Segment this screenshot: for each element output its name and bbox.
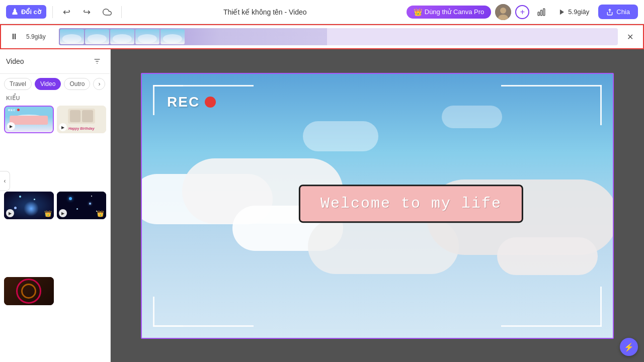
- pause-button[interactable]: ⏸: [7, 30, 21, 44]
- share-label: Chia: [616, 8, 630, 16]
- card-photo-2: [68, 109, 95, 124]
- canvas-area: REC Welcome to my life ⚡: [111, 49, 644, 362]
- timeline-thumb-1: [60, 29, 84, 44]
- try-pro-button[interactable]: 👑 Dùng thử Canva Pro: [407, 6, 492, 19]
- frame-bottom-right-h: [501, 325, 602, 327]
- main-layout: Video Travel Video Outro › Kiểu REC: [0, 49, 644, 362]
- star-4: [14, 207, 17, 209]
- timeline-time: 5.9giây: [26, 33, 54, 40]
- card-pink-bar-1: [10, 116, 48, 125]
- thumb-cloud-5: [163, 34, 182, 43]
- brand-button[interactable]: ♟ Đổi cờ: [6, 5, 46, 19]
- cloud-7: [442, 106, 502, 128]
- svg-rect-4: [541, 10, 542, 16]
- timeline-thumbs: [59, 28, 186, 45]
- pro-label: Dùng thử Canva Pro: [425, 8, 485, 16]
- undo-button[interactable]: ↩: [59, 4, 75, 20]
- frame-top-right-h: [501, 85, 602, 86]
- timeline-track[interactable]: [59, 28, 618, 45]
- brand-label: Đổi cờ: [21, 8, 41, 16]
- time-display: 5.9giây: [568, 8, 589, 16]
- card-content-5: [4, 277, 54, 305]
- redo-button[interactable]: ↪: [79, 4, 95, 20]
- document-title: Thiết kế không tên - Video: [128, 8, 403, 16]
- play-icon-3[interactable]: ▶: [6, 209, 14, 217]
- timeline-thumb-5: [160, 29, 185, 44]
- star-b: [89, 203, 91, 205]
- divider-2: [121, 6, 122, 18]
- svg-point-1: [500, 8, 506, 14]
- cloud-6: [303, 121, 378, 151]
- play-icon-2[interactable]: ▶: [59, 123, 67, 131]
- play-icon-4[interactable]: ▶: [59, 209, 67, 217]
- divider-1: [52, 6, 53, 18]
- section-label: Kiểu: [0, 92, 110, 104]
- rec-dot: [205, 97, 216, 108]
- avatar[interactable]: [495, 4, 511, 20]
- topbar: ♟ Đổi cờ ↩ ↪ Thiết kế không tên - Video …: [0, 0, 644, 24]
- rec-text: REC: [167, 94, 200, 110]
- svg-rect-3: [538, 12, 540, 16]
- rec-indicator: REC: [167, 94, 216, 110]
- help-button[interactable]: ⚡: [620, 338, 638, 356]
- cloud-5: [497, 237, 598, 275]
- thumb-cloud-2: [88, 34, 107, 43]
- sidebar-grid: REC ▶ Happy Birthday ▶: [0, 104, 110, 362]
- help-icon: ⚡: [624, 342, 634, 352]
- video-canvas[interactable]: REC Welcome to my life: [141, 73, 614, 339]
- frame-corner-bl: [153, 297, 183, 327]
- video-template-4[interactable]: ▶ 👑: [57, 192, 107, 219]
- timeline-thumb-4: [135, 29, 159, 44]
- video-template-2[interactable]: Happy Birthday ▶: [57, 106, 107, 133]
- star-1: [19, 196, 21, 198]
- welcome-text-box[interactable]: Welcome to my life: [299, 185, 523, 223]
- thumb-cloud-1: [62, 34, 82, 43]
- chess-icon: ♟: [11, 7, 18, 17]
- thumb-cloud-3: [113, 34, 132, 43]
- timeline-thumb-2: [85, 29, 109, 44]
- frame-top-right-v: [600, 85, 602, 125]
- star-c: [76, 208, 78, 210]
- sidebar-header: Video: [0, 49, 110, 74]
- star-d: [91, 196, 92, 197]
- timeline-bar: ⏸ 5.9giây ✕: [0, 24, 644, 49]
- add-account-button[interactable]: +: [515, 5, 529, 19]
- crown-icon: 👑: [414, 8, 422, 16]
- sidebar-tabs: Travel Video Outro ›: [0, 74, 110, 92]
- star-a: [69, 197, 72, 200]
- tab-travel[interactable]: Travel: [4, 78, 32, 90]
- tab-video[interactable]: Video: [35, 78, 61, 90]
- share-button[interactable]: Chia: [598, 5, 638, 19]
- timeline-close-button[interactable]: ✕: [623, 30, 637, 44]
- circle-inner-5: [21, 284, 36, 299]
- timeline-thumb-3: [110, 29, 134, 44]
- tab-outro[interactable]: Outro: [64, 78, 90, 90]
- sidebar: Video Travel Video Outro › Kiểu REC: [0, 49, 111, 362]
- svg-rect-5: [543, 9, 545, 16]
- crown-badge-4: 👑: [97, 210, 104, 217]
- playback-time-button[interactable]: 5.9giây: [553, 6, 594, 18]
- sidebar-filter-button[interactable]: [90, 54, 104, 68]
- welcome-text: Welcome to my life: [320, 195, 502, 212]
- star-2: [34, 199, 35, 200]
- sidebar-title: Video: [6, 57, 24, 65]
- cloud-save-button[interactable]: [99, 4, 115, 20]
- card-rec-label-1: REC: [8, 109, 16, 112]
- hide-sidebar-button[interactable]: ‹: [0, 171, 10, 191]
- card-birthday-text-2: Happy Birthday: [68, 127, 95, 130]
- star-glow-3: [24, 201, 39, 216]
- video-template-5[interactable]: [4, 277, 54, 305]
- frame-bottom-right-v: [600, 287, 602, 327]
- crown-badge-3: 👑: [44, 210, 52, 217]
- video-template-3[interactable]: ▶ 👑: [4, 192, 54, 219]
- timeline-fill: [59, 28, 327, 45]
- svg-marker-6: [560, 9, 564, 15]
- more-tabs-button[interactable]: ›: [93, 78, 105, 90]
- video-template-1[interactable]: REC ▶: [4, 106, 54, 133]
- analytics-button[interactable]: [533, 4, 549, 20]
- thumb-cloud-4: [138, 34, 157, 43]
- card-rec-dot-1: [17, 109, 20, 111]
